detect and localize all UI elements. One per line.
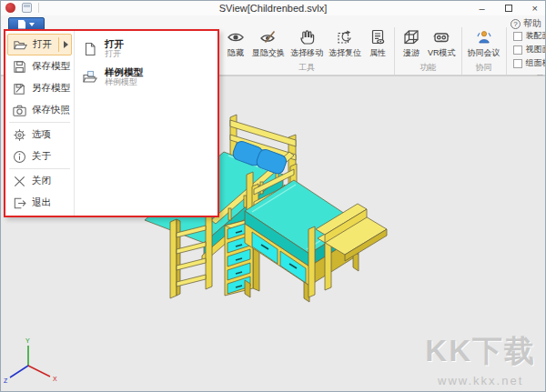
save-as-icon	[12, 81, 27, 96]
toggle-label: 组面板	[526, 57, 546, 69]
document-icon	[82, 41, 98, 57]
submenu-item-sample-model[interactable]: 样例模型 样例模型	[75, 63, 217, 91]
vr-headset-icon	[432, 28, 450, 46]
walkthrough-button[interactable]: 漫游	[398, 27, 425, 59]
tool-label: 漫游	[403, 47, 420, 59]
open-folder-icon	[13, 37, 28, 53]
properties-icon	[369, 28, 387, 46]
submenu-divider	[58, 37, 59, 52]
toggle-assembly-panel[interactable]: 装配面板	[513, 29, 546, 43]
submenu-item-title: 打开	[105, 38, 124, 49]
menu-item-label: 关闭	[32, 175, 51, 187]
submenu-item-subtitle: 样例模型	[105, 77, 143, 86]
file-menu: 打开 保存模型 另存模型 保存快照	[4, 29, 219, 217]
group-name: 功能	[398, 59, 459, 75]
reset-rotate-icon	[336, 28, 354, 46]
menu-item-label: 另存模型	[32, 82, 70, 95]
maximize-icon	[505, 5, 512, 12]
eye-swap-icon	[259, 28, 278, 46]
menu-separator	[9, 122, 70, 123]
menu-item-label: 打开	[33, 38, 52, 51]
collab-meeting-button[interactable]: 协同会议	[465, 27, 503, 59]
app-window: SView[Childrenbed.svlx] – × ? 帮助 隐藏	[0, 0, 546, 392]
gear-icon	[12, 127, 27, 143]
submenu-item-open[interactable]: 打开 打开	[75, 35, 217, 63]
menu-item-save-as-model[interactable]: 另存模型	[7, 77, 72, 99]
menu-item-label: 保存快照	[32, 104, 70, 116]
menu-item-about[interactable]: 关于	[7, 146, 72, 167]
file-icon	[18, 20, 25, 29]
group-tools-buttons: 隐藏 显隐交换 选择移动	[222, 27, 391, 59]
properties-button[interactable]: 属性	[364, 27, 391, 59]
close-button[interactable]: ×	[532, 1, 538, 15]
menu-item-label: 保存模型	[32, 60, 70, 73]
cube-icon	[402, 28, 420, 46]
eye-icon	[227, 28, 245, 46]
show-hide-panel: 装配面板 视图面板 组面板 PMI	[510, 27, 546, 70]
tool-label: 属性	[369, 47, 386, 59]
menu-item-label: 关于	[32, 150, 51, 163]
tool-label: 选择复位	[329, 47, 361, 59]
group-function-buttons: 漫游 VR模式	[398, 27, 459, 59]
menu-item-label: 选项	[32, 128, 51, 141]
axis-y-label: Y	[25, 337, 30, 344]
close-x-icon	[12, 174, 27, 189]
menu-item-save-snapshot[interactable]: 保存快照	[7, 99, 72, 121]
orientation-axes: Y X Z	[4, 337, 57, 384]
toggle-label: 装配面板	[526, 30, 546, 42]
group-name: 工具	[222, 59, 391, 75]
axis-z-label: Z	[4, 377, 8, 384]
hide-button[interactable]: 隐藏	[222, 27, 249, 59]
tool-label: 选择移动	[290, 47, 323, 59]
toggle-group-panel[interactable]: 组面板	[513, 56, 546, 70]
meeting-person-icon	[475, 28, 493, 46]
menu-item-open[interactable]: 打开	[7, 34, 72, 55]
checkbox-icon	[513, 45, 522, 55]
chevron-down-icon	[29, 23, 35, 26]
menu-item-exit[interactable]: 退出	[7, 192, 72, 214]
camera-icon	[12, 103, 27, 118]
submenu-arrow-icon	[64, 41, 68, 48]
submenu-item-subtitle: 打开	[105, 49, 124, 58]
tool-label: 显隐交换	[252, 47, 285, 59]
menu-item-close[interactable]: 关闭	[7, 170, 72, 192]
checkbox-icon	[513, 32, 522, 41]
model-ladder[interactable]	[170, 219, 206, 298]
group-name: 协同	[465, 59, 503, 75]
window-title: SView[Childrenbed.svlx]	[1, 3, 545, 14]
window-controls: – ×	[479, 1, 538, 15]
file-submenu: 打开 打开 样例模型 样例模型	[75, 31, 217, 216]
tool-label: 隐藏	[228, 47, 244, 59]
vr-mode-button[interactable]: VR模式	[425, 27, 459, 59]
checkbox-icon	[513, 59, 522, 68]
title-bar: SView[Childrenbed.svlx] – ×	[1, 1, 545, 15]
sample-folder-icon	[82, 69, 98, 85]
axis-x-label: X	[53, 376, 57, 382]
ribbon-groups: 隐藏 显隐交换 选择移动	[219, 27, 546, 75]
group-show-hide: 装配面板 视图面板 组面板 PMI	[507, 27, 546, 75]
toggle-visibility-button[interactable]: 显隐交换	[249, 27, 288, 59]
group-collab-buttons: 协同会议	[465, 27, 503, 59]
hand-icon	[298, 28, 316, 46]
file-menu-column: 打开 保存模型 另存模型 保存快照	[5, 31, 75, 216]
submenu-text: 样例模型 样例模型	[105, 66, 143, 86]
toggle-view-panel[interactable]: 视图面板	[513, 43, 546, 56]
select-move-button[interactable]: 选择移动	[288, 27, 326, 59]
exit-door-icon	[12, 196, 27, 211]
submenu-text: 打开 打开	[105, 38, 124, 58]
minimize-button[interactable]: –	[479, 1, 484, 15]
maximize-button[interactable]	[505, 1, 512, 15]
group-tools: 隐藏 显隐交换 选择移动	[219, 27, 395, 75]
menu-separator	[9, 168, 70, 169]
tool-label: 协同会议	[468, 47, 500, 59]
select-reset-button[interactable]: 选择复位	[326, 27, 364, 59]
menu-item-save-model[interactable]: 保存模型	[7, 55, 72, 77]
group-collaboration: 协同会议 协同	[462, 27, 507, 75]
info-icon	[12, 149, 27, 165]
group-functions: 漫游 VR模式 功能	[395, 27, 462, 75]
tool-label: VR模式	[428, 47, 456, 59]
menu-item-options[interactable]: 选项	[7, 124, 72, 146]
submenu-item-title: 样例模型	[105, 66, 143, 77]
save-floppy-icon	[12, 59, 27, 75]
menu-item-label: 退出	[32, 196, 51, 209]
